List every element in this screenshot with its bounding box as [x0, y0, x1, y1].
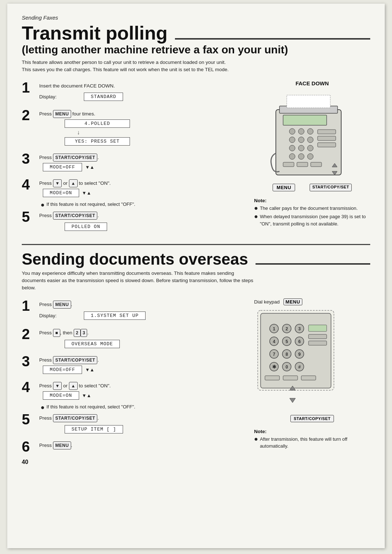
- page: Sending Faxes Transmit polling (letting …: [7, 4, 385, 548]
- sending-step-4: 4 Press ▼ or ▲ to select "ON". MODE=ON ▼…: [22, 380, 247, 401]
- bullet-sym-1: ●: [41, 201, 45, 208]
- sending-step-4-display: MODE=ON ▼▲: [43, 391, 247, 400]
- arrows-s3: ▼▲: [85, 367, 94, 372]
- start-copy-set-key-s3: START/COPY/SET: [53, 356, 97, 364]
- svg-rect-2: [283, 115, 327, 125]
- step-num-2: 2: [22, 108, 36, 122]
- display-value-1: STANDARD: [84, 93, 123, 101]
- down-arrow-key-4: ▼: [53, 179, 62, 187]
- hash-key: ■: [53, 329, 60, 337]
- step-3-display: MODE=OFF ▼▲: [43, 163, 247, 171]
- sending-section: 1 Press MENU. Display: 1.SYSTEM SET UP 2…: [22, 298, 370, 465]
- svg-point-4: [298, 129, 304, 134]
- section-divider: [22, 244, 370, 245]
- sending-step-content-6: Press MENU.: [39, 439, 247, 449]
- sending-step-3-text: Press START/COPY/SET.: [39, 356, 247, 364]
- section-label: Sending Faxes: [22, 15, 370, 21]
- display-mode-off-3: MODE=OFF: [43, 163, 82, 171]
- sending-step-1-text: Press MENU.: [39, 301, 247, 309]
- step-5-display: POLLED ON: [43, 221, 247, 232]
- sending-intro: You may experience difficulty when trans…: [22, 270, 254, 292]
- sending-step-2-display: OVERSEAS MODE: [43, 338, 247, 350]
- step-num-5: 5: [22, 209, 36, 224]
- note-bullet-1: ●: [254, 205, 258, 212]
- key-2: 2: [74, 329, 81, 337]
- bullet-off-1: ● If this feature is not required, selec…: [41, 201, 247, 208]
- start-copy-set-label-img: START/COPY/SET: [310, 184, 352, 191]
- display-mode-on-s4: MODE=ON: [43, 391, 79, 400]
- step-1-text: Insert the document FACE DOWN.: [39, 82, 247, 90]
- menu-key-s6: MENU: [53, 441, 71, 449]
- sending-bullet-1: ● If this feature is not required, selec…: [41, 404, 247, 411]
- up-arrow-s4: ▲: [69, 382, 78, 390]
- display-polled-on: POLLED ON: [65, 223, 107, 231]
- svg-point-14: [307, 154, 313, 159]
- svg-point-5: [307, 129, 313, 134]
- fax-machine-illustration: [254, 88, 363, 186]
- display-mode-off-s3: MODE=OFF: [43, 366, 82, 374]
- arrows-s4: ▼▲: [82, 393, 91, 398]
- transmit-intro: This feature allows another person to ca…: [22, 59, 232, 74]
- svg-rect-54: [283, 376, 298, 380]
- svg-rect-53: [265, 376, 279, 380]
- arrows-down-up-4: ▼▲: [82, 190, 91, 196]
- display-label-1: Display:: [39, 94, 59, 99]
- svg-rect-16: [318, 136, 336, 140]
- svg-rect-50: [309, 325, 327, 331]
- svg-point-11: [307, 145, 313, 151]
- transmit-note-text-2: When delayed transmission (see page 39) …: [260, 213, 370, 227]
- sending-step-2: 2 Press ■, then 23. OVERSEAS MODE: [22, 327, 247, 350]
- step-4-display: MODE=ON ▼▲: [43, 189, 247, 197]
- up-arrow-key-4: ▲: [69, 179, 78, 187]
- step-3-text: Press START/COPY/SET.: [39, 154, 247, 162]
- arrow-down-symbol: ↓: [43, 129, 114, 136]
- sending-note-title: Note:: [254, 429, 370, 434]
- note-bullet-2: ●: [254, 213, 258, 227]
- menu-key: MENU: [53, 110, 71, 118]
- transmit-note-2: ● When delayed transmission (see page 39…: [254, 213, 370, 227]
- start-label-img2: START/COPY/SET: [290, 415, 334, 422]
- step-4-text: Press ▼ or ▲ to select "ON".: [39, 179, 247, 187]
- svg-point-10: [298, 145, 304, 151]
- menu-label-img2: MENU: [283, 298, 302, 305]
- arrows-down-up-3: ▼▲: [85, 164, 94, 170]
- sending-step-content-1: Press MENU. Display: 1.SYSTEM SET UP: [39, 298, 247, 322]
- svg-text:#: #: [298, 364, 301, 370]
- svg-text:3: 3: [298, 326, 301, 331]
- start-copy-set-label-sending: START/COPY/SET: [254, 415, 370, 422]
- sending-step-num-3: 3: [22, 354, 36, 368]
- step-2-displays: 4.POLLED ↓ YES: PRESS SET: [43, 119, 247, 146]
- step-content-4: Press ▼ or ▲ to select "ON". MODE=ON ▼▲: [39, 177, 247, 199]
- sending-step-num-4: 4: [22, 380, 36, 394]
- svg-point-9: [289, 145, 295, 151]
- display-mode-on-4: MODE=ON: [43, 189, 79, 197]
- sending-step-content-5: Press START/COPY/SET. SETUP ITEM [ ]: [39, 412, 247, 435]
- display-4polled: 4.POLLED: [65, 119, 130, 128]
- svg-text:8: 8: [286, 352, 288, 357]
- step-2: 2 Press MENU four times. 4.POLLED ↓ YES:…: [22, 108, 247, 147]
- sending-display-label-1: Display:: [39, 313, 59, 318]
- sending-step-1-display-row: Display: 1.SYSTEM SET UP: [39, 310, 247, 321]
- svg-marker-57: [290, 398, 295, 403]
- transmit-subtitle: (letting another machine retrieve a fax …: [22, 44, 370, 56]
- transmit-note-1: ● The caller pays for the document trans…: [254, 205, 370, 212]
- svg-rect-20: [311, 162, 322, 167]
- svg-text:7: 7: [273, 352, 275, 357]
- transmit-image-col: FACE DOWN: [254, 80, 370, 229]
- step-content-1: Insert the document FACE DOWN. Display: …: [39, 80, 247, 103]
- transmit-steps: 1 Insert the document FACE DOWN. Display…: [22, 80, 247, 237]
- svg-text:4: 4: [273, 339, 275, 344]
- sending-step-3: 3 Press START/COPY/SET. MODE=OFF ▼▲: [22, 354, 247, 375]
- svg-text:9: 9: [298, 352, 301, 357]
- sending-image-labels: Dial keypad MENU: [254, 298, 370, 305]
- svg-text:6: 6: [298, 339, 301, 344]
- step-4: 4 Press ▼ or ▲ to select "ON". MODE=ON ▼…: [22, 177, 247, 199]
- step-1-display-row: Display: STANDARD: [39, 91, 247, 102]
- sending-step-content-2: Press ■, then 23. OVERSEAS MODE: [39, 327, 247, 350]
- step-num-4: 4: [22, 177, 36, 192]
- step-num-1: 1: [22, 80, 36, 95]
- svg-text:1: 1: [273, 326, 275, 331]
- svg-text:2: 2: [286, 326, 288, 331]
- svg-point-7: [298, 137, 304, 143]
- transmit-section: 1 Insert the document FACE DOWN. Display…: [22, 80, 370, 237]
